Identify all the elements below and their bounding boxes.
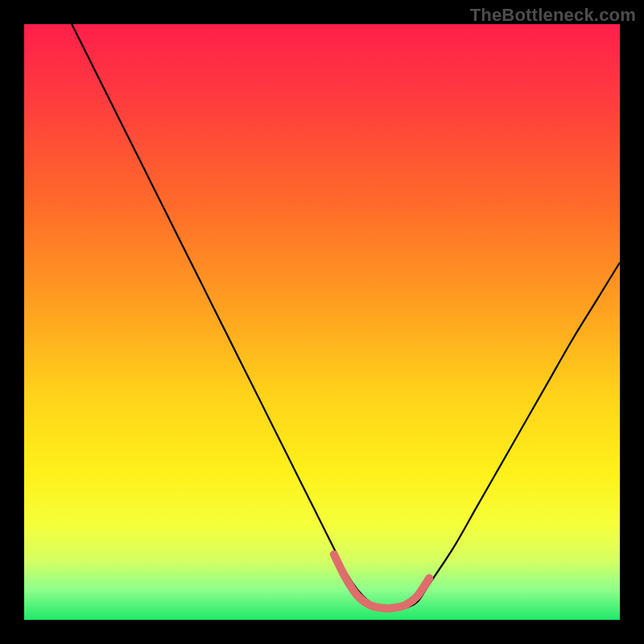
chart-frame: TheBottleneck.com: [0, 0, 644, 644]
watermark-text: TheBottleneck.com: [470, 5, 636, 26]
gradient-background: [24, 24, 620, 620]
bottleneck-chart: [24, 24, 620, 620]
